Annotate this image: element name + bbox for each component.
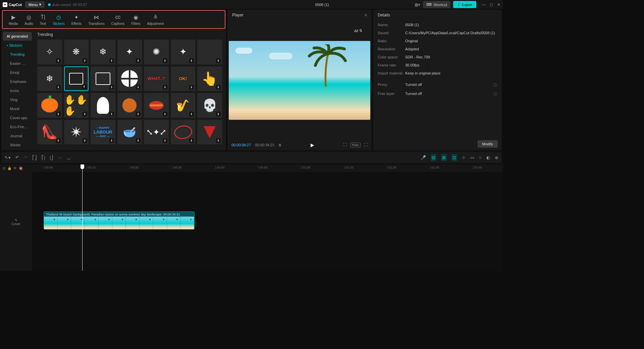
sticker-item[interactable]: ✴⬇ bbox=[64, 120, 89, 145]
download-icon[interactable]: ⬇ bbox=[216, 138, 221, 143]
sidebar-header-stickers[interactable]: Stickers bbox=[3, 41, 32, 50]
sticker-item[interactable]: ⬇ bbox=[171, 120, 196, 145]
video-clip[interactable]: Thailand 4k beach background. Paradise n… bbox=[44, 211, 195, 230]
split-right-button[interactable]: |⎦ bbox=[50, 155, 53, 160]
shortcut-button[interactable]: ⌨ Shortcut bbox=[423, 1, 450, 8]
download-icon[interactable]: ⬇ bbox=[56, 112, 61, 116]
cover-button[interactable]: ✎ Cover bbox=[0, 217, 32, 227]
undo-button[interactable]: ↶ bbox=[15, 155, 19, 160]
snap-on-icon[interactable]: ⊡ bbox=[451, 154, 457, 161]
export-button[interactable]: ⇪ Export bbox=[453, 1, 476, 8]
redo-button[interactable]: ↷ bbox=[24, 155, 28, 160]
download-icon[interactable]: ⬇ bbox=[56, 58, 61, 63]
sticker-item[interactable]: ⬇ bbox=[37, 93, 62, 118]
download-icon[interactable]: ⬇ bbox=[82, 84, 87, 89]
download-icon[interactable]: ⬇ bbox=[216, 85, 221, 90]
download-icon[interactable]: ⬇ bbox=[109, 85, 114, 90]
sidebar-item-winter[interactable]: Winter bbox=[3, 141, 32, 149]
maximize-button[interactable]: ◻ bbox=[490, 2, 493, 7]
download-icon[interactable]: ⬇ bbox=[136, 138, 141, 143]
sticker-item[interactable]: ⬇ bbox=[91, 93, 115, 118]
tab-audio[interactable]: ◎Audio bbox=[21, 13, 37, 28]
zoom-slider-icon[interactable]: ◐ bbox=[486, 155, 490, 160]
download-icon[interactable]: ⬇ bbox=[189, 58, 194, 63]
tab-captions[interactable]: ccCaptions bbox=[108, 13, 128, 28]
zoom-fit-icon[interactable]: ⊕ bbox=[495, 155, 498, 160]
time-ruler[interactable]: | 00:00| 00:10| 00:20| 00:30| 00:40| 00:… bbox=[32, 164, 503, 172]
download-icon[interactable]: ⬇ bbox=[189, 85, 194, 90]
info-icon[interactable]: ⓘ bbox=[493, 92, 497, 97]
sticker-item[interactable]: ✋✋✋⬇ bbox=[64, 93, 89, 118]
sticker-item[interactable]: 👠⬇ bbox=[37, 120, 62, 145]
sticker-item[interactable]: ⤡✦⤢⬇ bbox=[144, 120, 169, 145]
download-icon[interactable]: ⬇ bbox=[216, 112, 221, 116]
sticker-item[interactable]: ⬇ bbox=[64, 66, 89, 91]
sticker-item[interactable]: ❋⬇ bbox=[64, 40, 89, 64]
info-icon[interactable]: ⓘ bbox=[493, 83, 497, 88]
ai-generated-button[interactable]: AI generated bbox=[3, 32, 32, 41]
tab-filters[interactable]: ◉Filters bbox=[128, 13, 144, 28]
sticker-item[interactable]: ⬇ bbox=[91, 66, 115, 91]
marker-button[interactable]: ◡ bbox=[67, 155, 70, 160]
fullscreen-icon[interactable]: ⛶ bbox=[364, 143, 368, 147]
sticker-item[interactable]: 🎷⬇ bbox=[171, 93, 196, 118]
sidebar-item-mood[interactable]: Mood bbox=[3, 104, 32, 113]
sticker-item[interactable]: 👆⬇ bbox=[197, 66, 222, 91]
scan-icon[interactable]: ⛶ bbox=[343, 143, 347, 147]
sidebar-item-eco-friendly[interactable]: Eco-Friendly bbox=[3, 122, 32, 131]
timeline-tracks[interactable]: | 00:00| 00:10| 00:20| 00:30| 00:40| 00:… bbox=[32, 164, 503, 271]
download-icon[interactable]: ⬇ bbox=[83, 58, 87, 63]
link-on-icon[interactable]: ⊞ bbox=[441, 154, 447, 161]
download-icon[interactable]: ⬇ bbox=[109, 58, 114, 63]
sidebar-item-cover-ups[interactable]: Cover-ups bbox=[3, 113, 32, 122]
sticker-item[interactable]: ○ HAPPYLABOUR— DAY —⬇ bbox=[91, 120, 115, 145]
sticker-item[interactable]: ⬇ bbox=[197, 120, 222, 145]
sticker-item[interactable]: ✦⬇ bbox=[171, 40, 196, 64]
sidebar-item-trending[interactable]: Trending bbox=[3, 50, 32, 59]
track-lock-icon[interactable]: 🔒 bbox=[7, 166, 11, 170]
split-button[interactable]: ⎡⎦ bbox=[32, 155, 37, 160]
sidebar-item-emoji[interactable]: Emoji bbox=[3, 68, 32, 77]
close-button[interactable]: ✕ bbox=[497, 2, 500, 7]
download-icon[interactable]: ⬇ bbox=[136, 112, 141, 116]
sticker-item[interactable]: ⬇ bbox=[117, 66, 142, 91]
sticker-item[interactable]: OK!⬇ bbox=[171, 66, 196, 91]
preview-area[interactable] bbox=[227, 21, 372, 140]
download-icon[interactable]: ⬇ bbox=[109, 112, 114, 116]
select-tool[interactable]: ↖▾ bbox=[5, 155, 11, 160]
tab-transitions[interactable]: ⋈Transitions bbox=[85, 13, 108, 28]
sticker-item[interactable]: ⬇ bbox=[197, 40, 222, 64]
download-icon[interactable]: ⬇ bbox=[163, 58, 167, 63]
download-icon[interactable]: ⬇ bbox=[136, 85, 141, 90]
quality-icon[interactable]: ≣ bbox=[278, 143, 281, 147]
sidebar-item-icons[interactable]: Icons bbox=[3, 86, 32, 95]
modify-button[interactable]: Modify bbox=[478, 140, 498, 148]
preview-icon[interactable]: ▭ bbox=[470, 155, 474, 160]
player-menu-icon[interactable]: ≡ bbox=[365, 13, 367, 17]
track-mute-icon[interactable]: 🔇 bbox=[19, 166, 23, 170]
download-icon[interactable]: ⬇ bbox=[189, 112, 194, 116]
download-icon[interactable]: ⬇ bbox=[163, 85, 167, 90]
download-icon[interactable]: ⬇ bbox=[136, 58, 141, 63]
download-icon[interactable]: ⬇ bbox=[189, 138, 194, 143]
tab-stickers[interactable]: ◷Stickers bbox=[49, 13, 68, 28]
sticker-item[interactable]: ✧⬇ bbox=[37, 40, 62, 64]
play-button[interactable]: ▶ bbox=[311, 142, 314, 148]
download-icon[interactable]: ⬇ bbox=[163, 112, 167, 116]
minimize-button[interactable]: ― bbox=[482, 2, 486, 7]
tab-effects[interactable]: ✦Effects bbox=[68, 13, 85, 28]
mic-icon[interactable]: 🎤 bbox=[421, 155, 426, 160]
track-visible-icon[interactable]: 👁 bbox=[13, 166, 17, 170]
ratio-button[interactable]: Ratio bbox=[350, 143, 361, 147]
magnet-on-icon[interactable]: ⊟ bbox=[431, 154, 436, 161]
sticker-item[interactable]: ❄⬇ bbox=[37, 66, 62, 91]
delete-button[interactable]: ▭ bbox=[58, 155, 62, 160]
tab-adjustment[interactable]: ≚Adjustment bbox=[144, 13, 167, 28]
sidebar-item-vlog[interactable]: Vlog bbox=[3, 95, 32, 104]
download-icon[interactable]: ⬇ bbox=[83, 112, 87, 116]
zoom-out-icon[interactable]: ○ bbox=[479, 155, 482, 160]
sticker-item[interactable]: 💀⬇ bbox=[197, 93, 222, 118]
download-icon[interactable]: ⬇ bbox=[163, 138, 167, 143]
tab-media[interactable]: ▶Media bbox=[5, 13, 21, 28]
download-icon[interactable]: ⬇ bbox=[216, 58, 221, 63]
